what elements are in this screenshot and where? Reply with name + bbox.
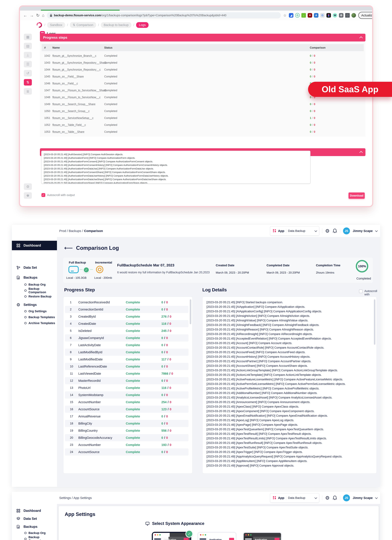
log-line: [2023-03-20 05:21:49] [ApexTestSuite] [I… — [206, 445, 371, 450]
log-line: [2023-03-20 05:21:46] [ApexPage] [INFO] … — [206, 422, 371, 427]
appearance-section-heading: Select System Appearance — [145, 521, 204, 526]
comparison-log-content: ⟵ Comparison Log Full Backup Local - 105… — [57, 237, 380, 487]
log-line: [2023-03-20 05:21:49] [AuthSession] [INF… — [44, 153, 308, 156]
sidebar-item-dashboard[interactable]: Dashboard — [12, 507, 57, 515]
reload-icon[interactable]: ↻ — [36, 13, 39, 17]
app-grid-icon — [273, 229, 276, 233]
app-grid-icon — [273, 496, 276, 500]
download-button[interactable]: Download — [348, 192, 365, 199]
database-icon[interactable]: ☰ — [24, 61, 32, 67]
progress-row: 18 BillingCity Complete 0/0 — [65, 420, 188, 427]
appearance-option-light[interactable]: Application — [198, 533, 235, 540]
log-line: [2023-03-20 05:21:45] [ActiveFeatureLice… — [206, 377, 371, 382]
rows-icon[interactable]: ≣ — [24, 88, 32, 95]
log-line: [2023-03-20 05:21:45] [AccountShare] [IN… — [206, 364, 371, 368]
chevron-down-icon[interactable] — [375, 496, 378, 499]
sidebar-item-backup-comparison[interactable]: Backup Comparison — [12, 536, 57, 540]
selected-check-icon: ✓ — [186, 530, 193, 538]
log-line: [2023-03-20 05:21:45] [AccountHistory] [… — [206, 355, 371, 359]
autoscroll-checkbox[interactable] — [359, 290, 363, 293]
scrollbar-thumb[interactable] — [374, 299, 375, 345]
progress-row: 23 AccountNumber Complete 193/0 — [65, 441, 188, 448]
user-avatar[interactable]: JS — [343, 227, 350, 234]
log-output-box[interactable]: [2023-03-20 05:21:49] [AuthSession] [INF… — [41, 151, 310, 184]
sidebar-item-restore-backup[interactable]: Restore Backup — [12, 293, 57, 300]
autoscroll-checkbox[interactable]: ✓ — [41, 193, 45, 197]
grid-icon[interactable]: ▦ — [24, 34, 32, 40]
autoscroll-control: ✓ Autoscroll with output — [41, 193, 75, 197]
backup-summary-card: Full Backup Local - 105.3GB ✓ Incrementa… — [63, 258, 373, 283]
chevron-down-icon — [314, 229, 317, 232]
log-line: [2023-03-20 05:21:49] [AuthorizationForm… — [44, 156, 308, 160]
log-line: [2023-03-20 05:21:49] [AuthorizationForm… — [44, 167, 308, 170]
table-row: 1050 flosum_sn__Search_Group__c Complete… — [42, 108, 364, 115]
table-row: 1045 flosum_sn__Field__Share Completed 0… — [42, 73, 364, 80]
sidebar-item-org-settings[interactable]: Org Settings — [12, 308, 57, 314]
chevron-down-icon[interactable] — [375, 229, 378, 232]
transfer-icon-active[interactable]: ⇅ — [24, 79, 32, 85]
log-line: [2023-03-20 05:21:49] [AuthorizationForm… — [44, 160, 308, 163]
log-details-panel[interactable]: [2023-03-20 05:21:45] [INFO] Started bac… — [202, 297, 377, 474]
table-header: # Name Status Comparison — [42, 44, 364, 51]
sidebar-item-archive-templates[interactable]: Archive Templates — [12, 320, 57, 326]
log-line: [2023-03-20 05:21:45] [ActiveProfileMetr… — [206, 386, 371, 391]
log-line: [2023-03-20 05:21:48] [ApexTestQueueItem… — [206, 427, 371, 432]
log-line: [2023-03-20 05:21:46] [ApexEmailNotifica… — [206, 413, 371, 418]
app-selector-dropdown[interactable]: App Data Backup — [270, 493, 319, 503]
app-selector-dropdown[interactable]: App Data Backup — [270, 226, 319, 235]
gear-icon[interactable]: ⚙ — [24, 183, 32, 190]
progress-row: 19 BillingCountry Complete 556/0 — [65, 427, 188, 434]
user-avatar[interactable]: JS — [343, 495, 350, 501]
log-line: [2023-03-20 05:21:45] [AccountContactRol… — [206, 345, 371, 350]
sidebar-item-data-set[interactable]: Data Set — [12, 515, 57, 523]
bell-icon[interactable] — [333, 228, 337, 234]
check-icon: ✓ — [83, 267, 89, 273]
appearance-option-system[interactable]: Application ✓ — [153, 533, 190, 540]
sidebar-item-backups[interactable]: Backups — [12, 523, 57, 530]
log-line: [2023-03-20 05:21:45] [AccountPartner] [… — [206, 359, 371, 364]
log-line: [2023-03-20 05:21:46] [ApexLog] [INFO] C… — [206, 418, 371, 422]
back-icon[interactable]: ← — [23, 13, 27, 17]
log-line: [2023-03-20 05:21:46] [ApexComponent] [I… — [206, 409, 371, 413]
layers-icon[interactable]: ▤ — [24, 43, 32, 49]
breadcrumb: Settings / App Settings — [59, 492, 92, 504]
mini-pink-button — [184, 538, 189, 540]
log-line: [2023-03-20 05:21:45] [Announcement] [IN… — [206, 400, 371, 404]
back-arrow-icon[interactable]: ⟵ — [64, 245, 73, 251]
top-header: Settings / App Settings App Data Backup … — [12, 492, 380, 504]
sidebar: Dashboard Data Set Backups Backup Org Ba… — [12, 237, 57, 487]
sidebar-item-backup-org[interactable]: Backup Org — [12, 530, 57, 536]
gear-icon[interactable]: ⚙ — [325, 228, 329, 233]
sidebar-item-data-set[interactable]: Data Set — [12, 263, 57, 272]
sidebar-item-dashboard[interactable]: Dashboard — [12, 241, 57, 250]
progress-step-list: 1 ConnectionReceivedId Complete 0/0 2 Co… — [63, 297, 192, 474]
progress-steps-header[interactable]: Progress steps — [40, 34, 365, 41]
progress-row: 11 LastViewedDate Complete 7866/0 — [65, 370, 188, 377]
table-row: 1053 flosum_sn__Table__Share Completed 0… — [42, 128, 364, 135]
progress-row: 10 LastReferencedDate Complete 0/0 — [65, 363, 188, 370]
sidebar-item-backup-templates[interactable]: Backup Templates — [12, 314, 57, 320]
sidebar-item-backup-comparison[interactable]: Backup Comparison — [12, 287, 57, 294]
scrollbar-thumb[interactable] — [190, 299, 191, 324]
collapse-chevron-icon[interactable] — [359, 151, 363, 154]
appearance-option-dark[interactable]: Application — [244, 533, 281, 540]
sidebar-item-backups[interactable]: Backups — [12, 273, 57, 282]
user-name[interactable]: Jimmy Scape — [353, 229, 373, 233]
progress-row: 2 ConnectionSentId Complete 0/0 — [65, 306, 188, 313]
full-backup-drive-icon — [69, 266, 79, 273]
user-icon[interactable]: ♚ — [24, 192, 32, 199]
bell-icon[interactable] — [333, 495, 337, 500]
completion-ring: 100% — [356, 260, 368, 272]
log-line: [2023-03-20 05:21:45] [AccountFeed] [INF… — [206, 350, 371, 355]
progress-step-title: Progress Step — [64, 287, 95, 292]
settings-gear-icon: ⚙ — [16, 303, 21, 307]
log-line: [2023-03-20 05:21:49] [AuthorizationForm… — [44, 163, 308, 167]
progress-row: 6 JigsawCompanyId Complete 0/0 — [65, 334, 188, 341]
pipeline-icon[interactable]: ⊥ — [24, 52, 32, 58]
sidebar-item-backup-org[interactable]: Backup Org — [12, 281, 57, 288]
gear-icon[interactable]: ⚙ — [325, 495, 329, 500]
forward-icon[interactable]: → — [30, 13, 34, 17]
history-icon[interactable]: ↺ — [24, 70, 32, 76]
collapse-chevron-icon[interactable] — [359, 36, 363, 40]
user-name[interactable]: Jimmy Scape — [353, 496, 373, 500]
